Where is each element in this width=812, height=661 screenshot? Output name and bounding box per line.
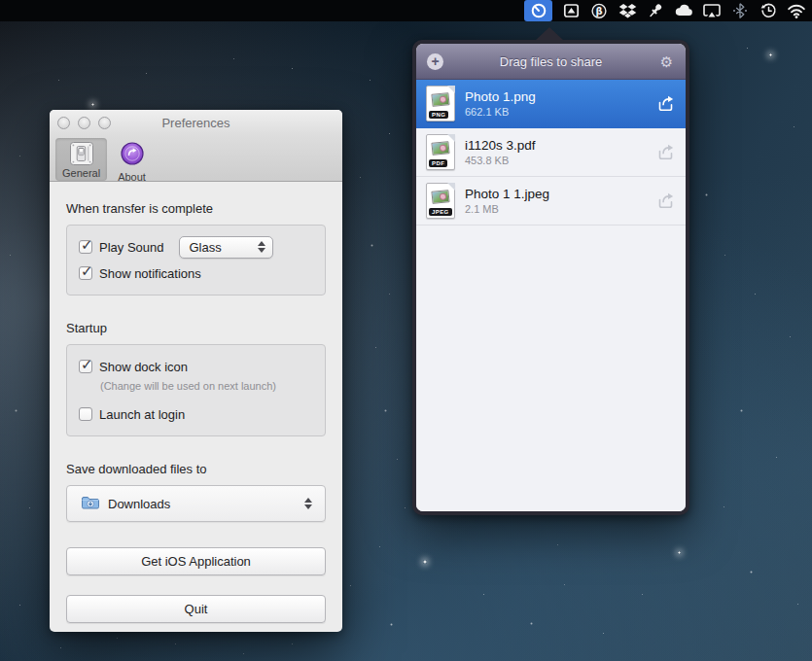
file-name: Photo 1 1.jpeg xyxy=(465,186,646,202)
bluetooth-icon[interactable] xyxy=(730,0,750,21)
menu-bar: β xyxy=(0,0,812,21)
preferences-window: Preferences General xyxy=(50,110,342,632)
file-type-icon: PNG xyxy=(426,86,455,122)
photo-thumbnail xyxy=(431,141,449,156)
drop-zone[interactable] xyxy=(416,226,686,511)
airplay-icon[interactable] xyxy=(702,0,722,21)
startup-section-label: Startup xyxy=(66,321,326,335)
share-icon[interactable] xyxy=(655,191,676,210)
file-name: i1120s 3.pdf xyxy=(465,137,646,154)
bright-star xyxy=(678,551,681,554)
stepper-arrows-icon xyxy=(304,498,312,509)
tab-about[interactable]: About xyxy=(111,138,153,185)
save-folder-value: Downloads xyxy=(108,497,170,511)
file-type-badge: PDF xyxy=(429,159,447,167)
preferences-toolbar: General About xyxy=(50,135,342,182)
switch-icon xyxy=(69,141,94,166)
file-size: 453.8 KB xyxy=(465,154,646,167)
title-bar[interactable]: Preferences xyxy=(50,110,342,135)
transfer-section-label: When transfer is complete xyxy=(66,201,326,216)
file-info: Photo 1 1.jpeg 2.1 MB xyxy=(465,186,646,216)
sound-select[interactable]: Glass xyxy=(179,236,273,259)
pushpin-icon[interactable] xyxy=(646,0,665,21)
file-row[interactable]: PDF i1120s 3.pdf 453.8 KB xyxy=(416,128,686,177)
file-size: 662.1 KB xyxy=(465,105,646,119)
popover-arrow xyxy=(535,27,564,41)
play-sound-checkbox[interactable] xyxy=(79,240,92,254)
tab-about-label: About xyxy=(118,171,146,183)
file-info: i1120s 3.pdf 453.8 KB xyxy=(465,137,646,167)
launch-at-login-checkbox[interactable] xyxy=(79,407,92,421)
play-sound-row: Play Sound Glass xyxy=(79,236,313,258)
about-icon xyxy=(120,141,145,170)
launch-at-login-label: Launch at login xyxy=(99,407,185,422)
stepper-arrows-icon xyxy=(258,241,265,253)
file-row[interactable]: PNG Photo 1.png 662.1 KB xyxy=(416,80,686,128)
downloads-folder-icon xyxy=(81,495,100,513)
time-machine-icon[interactable] xyxy=(759,0,778,21)
popover-title: Drag files to share xyxy=(443,54,658,69)
save-folder-select[interactable]: Downloads xyxy=(66,485,326,522)
tab-general[interactable]: General xyxy=(55,138,107,181)
file-type-badge: JPEG xyxy=(429,208,452,216)
popover-header: + Drag files to share ⚙ xyxy=(416,44,686,80)
wifi-icon[interactable] xyxy=(787,0,806,21)
file-type-icon: PDF xyxy=(426,134,455,170)
share-icon[interactable] xyxy=(655,94,676,113)
show-notifications-checkbox[interactable] xyxy=(79,266,92,280)
gear-icon[interactable]: ⚙ xyxy=(658,53,675,70)
show-dock-icon-row: Show dock icon xyxy=(79,356,313,377)
sound-select-value: Glass xyxy=(190,240,222,255)
window-title: Preferences xyxy=(50,116,342,130)
photo-thumbnail xyxy=(431,92,449,107)
show-dock-icon-checkbox[interactable] xyxy=(79,360,92,373)
add-file-button[interactable]: + xyxy=(427,53,443,70)
file-size: 2.1 MB xyxy=(465,202,646,216)
popover-body: + Drag files to share ⚙ PNG Photo 1.png … xyxy=(416,44,686,511)
preferences-content: When transfer is complete Play Sound Gla… xyxy=(50,201,342,623)
show-dock-icon-label: Show dock icon xyxy=(99,360,188,374)
file-info: Photo 1.png 662.1 KB xyxy=(465,88,646,119)
bright-star xyxy=(769,53,772,56)
bright-star xyxy=(423,560,427,564)
save-section-label: Save downloaded files to xyxy=(66,462,326,476)
dropbox-icon[interactable] xyxy=(618,0,637,21)
bright-star xyxy=(91,103,94,106)
file-row[interactable]: JPEG Photo 1 1.jpeg 2.1 MB xyxy=(416,177,686,226)
share-popover: + Drag files to share ⚙ PNG Photo 1.png … xyxy=(412,40,689,515)
tab-general-label: General xyxy=(62,167,100,179)
show-notifications-row: Show notifications xyxy=(79,262,313,284)
transfer-groupbox: Play Sound Glass Show notifications xyxy=(66,225,326,296)
show-notifications-label: Show notifications xyxy=(99,266,201,281)
eject-box-icon[interactable] xyxy=(561,0,581,21)
get-ios-app-button[interactable]: Get iOS Application xyxy=(66,547,326,575)
photo-thumbnail xyxy=(431,190,449,204)
cloud-icon[interactable] xyxy=(674,0,693,21)
dock-change-note: (Change will be used on next launch) xyxy=(100,380,313,392)
app-menubar-icon[interactable] xyxy=(524,0,552,21)
beta-icon[interactable]: β xyxy=(589,0,609,21)
file-name: Photo 1.png xyxy=(465,88,646,105)
share-icon[interactable] xyxy=(655,143,676,161)
launch-at-login-row: Launch at login xyxy=(79,403,313,425)
quit-button[interactable]: Quit xyxy=(66,595,326,623)
beta-glyph: β xyxy=(595,6,602,17)
startup-groupbox: Show dock icon (Change will be used on n… xyxy=(66,344,326,436)
file-type-icon: JPEG xyxy=(426,183,455,219)
play-sound-label: Play Sound xyxy=(99,240,164,255)
file-type-badge: PNG xyxy=(429,111,448,119)
